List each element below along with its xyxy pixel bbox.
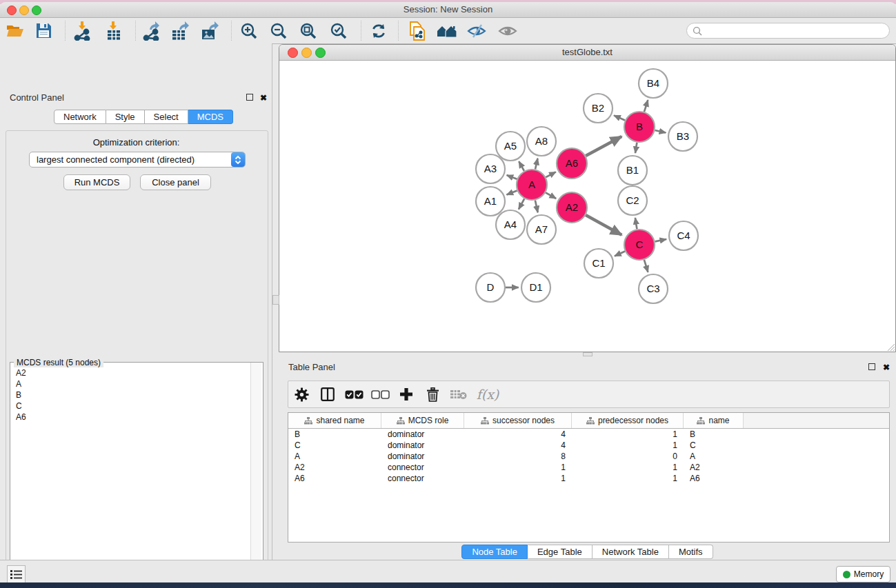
zoom-in-button[interactable]: [237, 20, 261, 41]
graph-edge-A-A1[interactable]: [507, 191, 517, 195]
graph-edge-A-A6[interactable]: [546, 172, 556, 177]
show-panels-button[interactable]: [7, 565, 26, 583]
mcds-result-item[interactable]: C: [11, 401, 248, 412]
graph-node-B1[interactable]: B1: [618, 156, 647, 185]
graph-edge-B-B3[interactable]: [655, 130, 666, 133]
graph-edge-A-A5[interactable]: [519, 161, 524, 171]
function-builder-button[interactable]: f(x): [472, 387, 504, 402]
network-window-titlebar[interactable]: testGlobe.txt: [279, 45, 895, 61]
graph-edge-A2-C[interactable]: [586, 215, 621, 235]
close-window-button[interactable]: [7, 6, 17, 15]
graph-node-C[interactable]: C: [624, 230, 655, 260]
minimize-window-button[interactable]: [19, 6, 29, 15]
graph-node-A[interactable]: A: [517, 170, 547, 200]
graph-node-C2[interactable]: C2: [618, 186, 647, 215]
tab-style[interactable]: Style: [106, 110, 145, 124]
mcds-result-item[interactable]: A6: [11, 412, 248, 423]
tab-network-table[interactable]: Network Table: [593, 545, 669, 559]
zoom-selected-button[interactable]: [327, 20, 350, 41]
graph-edge-A-A4[interactable]: [519, 199, 524, 209]
graph-node-A1[interactable]: A1: [476, 187, 505, 216]
graph-edge-C-C2[interactable]: [635, 218, 637, 229]
column-header-MCDS-role[interactable]: MCDS role: [381, 413, 464, 428]
close-panel-icon[interactable]: ✖: [260, 94, 267, 101]
graph-edge-B-B2[interactable]: [614, 115, 625, 120]
graph-node-C4[interactable]: C4: [669, 221, 698, 250]
network-close-button[interactable]: [288, 48, 298, 58]
mcds-result-item[interactable]: B: [11, 389, 248, 401]
mcds-result-item[interactable]: A: [11, 378, 248, 389]
network-minimize-button[interactable]: [301, 48, 312, 58]
graph-node-C1[interactable]: C1: [584, 249, 613, 278]
graph-edge-A-A8[interactable]: [535, 159, 538, 170]
gear-button[interactable]: [288, 387, 315, 402]
optimization-criterion-select[interactable]: largest connected component (directed): [29, 152, 246, 168]
graph-edge-A-A7[interactable]: [535, 200, 538, 212]
network-canvas[interactable]: B4B2BB3A8A5A6A3B1AA1C2A2A4A7C4CC1C3DD1: [279, 60, 895, 352]
delete-table-button[interactable]: [446, 389, 472, 400]
graph-node-C3[interactable]: C3: [639, 274, 668, 303]
tab-motifs[interactable]: Motifs: [669, 545, 713, 559]
refresh-layout-button[interactable]: [367, 20, 390, 41]
save-session-button[interactable]: [32, 20, 55, 41]
zoom-out-button[interactable]: [267, 20, 290, 41]
graph-node-D1[interactable]: D1: [521, 273, 550, 302]
table-close-icon[interactable]: ✖: [883, 364, 890, 371]
eye-button[interactable]: [496, 20, 519, 41]
delete-column-button[interactable]: [419, 387, 446, 402]
column-header-predecessor-nodes[interactable]: predecessor nodes: [572, 413, 684, 428]
zoom-window-button[interactable]: [32, 6, 41, 15]
column-header-shared-name[interactable]: shared name: [288, 413, 381, 428]
graph-node-B2[interactable]: B2: [584, 94, 613, 123]
table-row[interactable]: Cdominator41C: [288, 440, 889, 451]
resize-grip-icon[interactable]: [886, 343, 895, 351]
graph-node-B3[interactable]: B3: [668, 122, 697, 151]
export-table-button[interactable]: [168, 20, 192, 41]
export-image-button[interactable]: [198, 20, 221, 41]
tab-select[interactable]: Select: [145, 110, 188, 124]
tab-mcds[interactable]: MCDS: [188, 110, 233, 124]
add-column-button[interactable]: [393, 387, 419, 401]
mcds-result-list[interactable]: A2ABCA6: [11, 367, 248, 423]
tab-edge-table[interactable]: Edge Table: [528, 545, 593, 559]
graph-edge-C-C3[interactable]: [644, 260, 648, 272]
search-input[interactable]: [702, 26, 877, 37]
column-header-name[interactable]: name: [684, 413, 744, 428]
graph-edge-B-B4[interactable]: [644, 100, 648, 112]
graph-node-A5[interactable]: A5: [496, 132, 525, 161]
open-session-button[interactable]: [3, 20, 27, 41]
search-field[interactable]: [686, 23, 890, 39]
duplicate-network-button[interactable]: [406, 20, 429, 41]
graph-node-D[interactable]: D: [476, 273, 505, 302]
hide-panels-button[interactable]: [465, 20, 488, 41]
graph-node-B[interactable]: B: [624, 112, 655, 142]
node-table[interactable]: shared nameMCDS rolesuccessor nodesprede…: [288, 412, 890, 543]
table-row[interactable]: Bdominator41B: [288, 429, 889, 440]
graph-node-A4[interactable]: A4: [496, 210, 525, 239]
split-divider-handle-vertical[interactable]: [272, 295, 279, 305]
import-network-button[interactable]: [71, 20, 94, 41]
memory-button[interactable]: Memory: [836, 566, 890, 582]
graph-edge-C-C4[interactable]: [655, 239, 667, 241]
graph-edge-C-C1[interactable]: [615, 252, 625, 256]
graph-node-B4[interactable]: B4: [639, 69, 668, 98]
graph-edge-A6-B[interactable]: [586, 136, 621, 156]
tab-network[interactable]: Network: [54, 110, 106, 124]
graph-edge-A-A2[interactable]: [546, 192, 556, 199]
deselect-all-button[interactable]: [367, 390, 393, 399]
graph-edge-A-A3[interactable]: [507, 175, 517, 179]
graph-edge-B-B1[interactable]: [635, 143, 637, 153]
export-network-button[interactable]: [140, 20, 163, 41]
home-button[interactable]: [435, 20, 459, 41]
table-row[interactable]: A2connector11A2: [288, 462, 889, 473]
graph-node-A6[interactable]: A6: [557, 148, 587, 179]
column-header-successor-nodes[interactable]: successor nodes: [464, 413, 572, 428]
network-zoom-button[interactable]: [315, 48, 326, 58]
result-list-scrollbar[interactable]: [250, 363, 261, 588]
graph-node-A8[interactable]: A8: [527, 127, 556, 156]
graph-node-A3[interactable]: A3: [476, 154, 505, 183]
zoom-fit-button[interactable]: [297, 20, 320, 41]
import-table-button[interactable]: [102, 20, 126, 41]
float-panel-icon[interactable]: [246, 94, 253, 101]
select-all-button[interactable]: [341, 390, 367, 399]
